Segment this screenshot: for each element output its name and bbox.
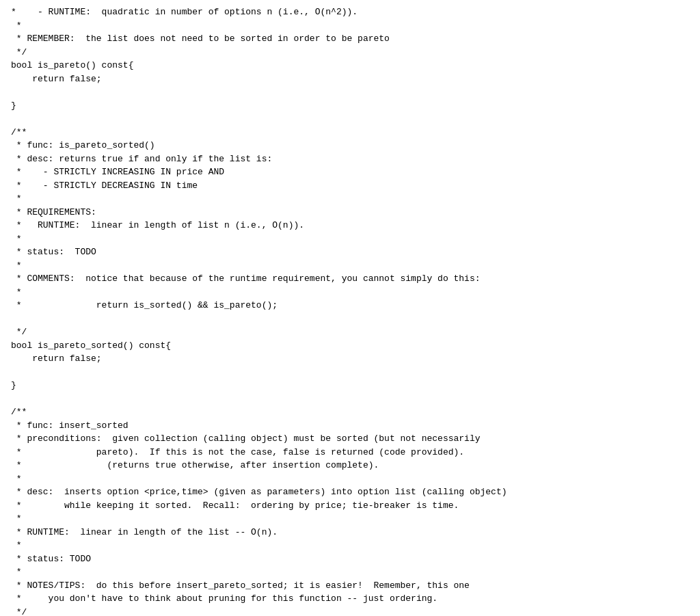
code-content: * - RUNTIME: quadratic in number of opti… <box>11 5 689 616</box>
